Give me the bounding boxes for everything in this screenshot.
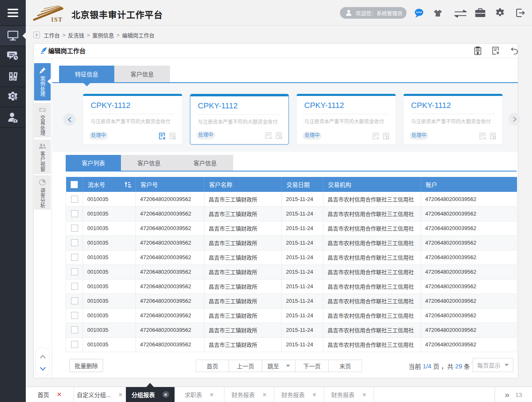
svg-text:IST: IST [51, 16, 63, 22]
